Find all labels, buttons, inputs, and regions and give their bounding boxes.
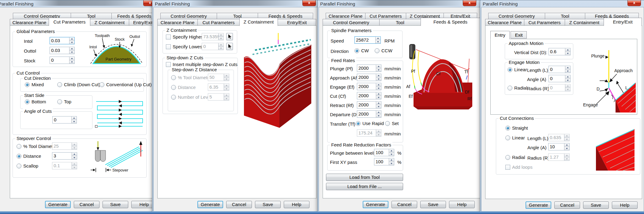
departure-feed-spinner[interactable] <box>376 111 381 117</box>
save-button[interactable]: Save <box>420 201 446 208</box>
vertical-dist-spinner[interactable] <box>565 48 570 55</box>
radio-top[interactable]: Top <box>57 99 71 104</box>
sd-tool-diameter-spinner[interactable] <box>224 74 229 81</box>
first-xy-field[interactable]: 100 <box>374 158 394 165</box>
checkbox-specify-lowest-z[interactable]: Specify Lowest Z <box>166 44 208 49</box>
sd-distance-spinner[interactable] <box>224 84 229 90</box>
conn-angle-field[interactable]: 10 <box>548 143 570 150</box>
angle-of-cuts-field[interactable]: 0 <box>52 116 77 124</box>
lowest-z-field[interactable]: 0 <box>202 43 224 50</box>
radio-linear[interactable]: Linear <box>507 67 527 72</box>
tab-feeds-speeds[interactable]: Feeds & Speeds <box>421 18 480 26</box>
tab-clearance-plane[interactable]: Clearance Plane <box>485 19 524 26</box>
save-button[interactable]: Save <box>583 201 609 209</box>
engage-radius-spinner[interactable] <box>565 84 570 91</box>
highest-z-spinner[interactable] <box>218 33 223 40</box>
engage-feed-spinner[interactable] <box>376 83 381 90</box>
conn-radius-field[interactable]: 1.27 <box>548 153 570 161</box>
radio-radial[interactable]: Radial <box>507 85 527 90</box>
checkbox-insert-stepdown[interactable]: Insert multiple step-down Z cuts <box>166 62 238 67</box>
radio-scallop[interactable]: Scallop <box>17 163 38 168</box>
tab-cut-parameters[interactable]: Cut Parameters <box>49 18 90 26</box>
generate-button[interactable]: Generate <box>363 201 388 208</box>
plunge-reduction-spinner[interactable] <box>389 149 394 156</box>
tab-feeds-speeds[interactable]: Feeds & Speeds <box>111 13 157 19</box>
scallop-field[interactable]: 0.1 <box>52 162 77 169</box>
distance-spinner[interactable] <box>72 153 77 159</box>
conn-length-spinner[interactable] <box>564 134 569 141</box>
cancel-button[interactable]: Cancel <box>226 201 252 208</box>
generate-button[interactable]: Generate <box>197 201 223 208</box>
transfer-feed-field[interactable]: 175.24 <box>357 129 381 137</box>
speed-field[interactable]: 25872 <box>354 36 381 44</box>
radio-cw[interactable]: CW <box>354 48 369 53</box>
help-button[interactable]: Help <box>449 201 475 208</box>
close-icon[interactable]: x <box>463 0 476 6</box>
scallop-spinner[interactable] <box>72 162 77 169</box>
stock-field[interactable]: 0 <box>50 57 75 64</box>
tab-control-geometry[interactable]: Control Geometry <box>160 13 217 19</box>
close-icon[interactable]: x <box>627 0 641 6</box>
radio-conventional[interactable]: Conventional (Up Cut) <box>99 82 152 87</box>
angle-of-cuts-spinner[interactable] <box>71 116 77 123</box>
sd-tool-diameter-field[interactable]: 50 <box>208 74 229 81</box>
sd-levels-spinner[interactable] <box>224 94 229 100</box>
pick-highest-z-button[interactable] <box>226 33 233 40</box>
tab-cut-parameters[interactable]: Cut Parameters <box>197 19 240 26</box>
tab-exit[interactable]: Exit <box>511 31 527 39</box>
distance-field[interactable]: 3 <box>52 152 77 160</box>
engage-angle-field[interactable]: 0 <box>549 75 571 82</box>
intol-spinner[interactable] <box>69 37 74 44</box>
engage-angle-spinner[interactable] <box>565 75 570 82</box>
plunge-feed-spinner[interactable] <box>376 65 381 72</box>
tab-z-containment[interactable]: Z Containment <box>239 18 278 26</box>
first-xy-spinner[interactable] <box>389 158 394 165</box>
tab-clearance-plane[interactable]: Clearance Plane <box>157 19 198 26</box>
save-button[interactable]: Save <box>255 201 281 208</box>
tab-entry[interactable]: Entry <box>490 31 510 39</box>
engage-feed-field[interactable]: 2000 <box>357 83 381 90</box>
radio-mixed[interactable]: Mixed <box>25 82 44 87</box>
radio-bottom[interactable]: Bottom <box>25 99 46 104</box>
radio-sd-tool-diameter[interactable]: % Tool Diameter <box>171 75 212 80</box>
radio-set[interactable]: Set <box>385 121 399 126</box>
outtol-spinner[interactable] <box>69 47 74 54</box>
cancel-button[interactable]: Cancel <box>391 201 417 208</box>
radio-straight[interactable]: Straight <box>505 125 528 131</box>
lowest-z-spinner[interactable] <box>218 43 223 50</box>
titlebar[interactable]: Parallel Finishing x <box>318 0 483 7</box>
engage-length-spinner[interactable] <box>565 66 570 73</box>
cancel-button[interactable]: Cancel <box>74 201 99 208</box>
highest-z-field[interactable]: 73.5359 <box>202 33 224 40</box>
help-button[interactable]: Help <box>612 201 638 209</box>
outtol-field[interactable]: 0.03 <box>50 47 75 54</box>
pick-lowest-z-button[interactable] <box>226 43 233 50</box>
cut-feed-field[interactable]: 2000 <box>357 92 381 99</box>
checkbox-add-loops[interactable]: Add loops <box>505 164 533 170</box>
radio-climb[interactable]: Climb (Down Cut) <box>57 82 100 87</box>
tab-z-containment[interactable]: Z Containment <box>90 19 129 26</box>
radio-sd-distance[interactable]: Distance <box>171 85 196 90</box>
tab-control-geometry[interactable]: Control Geometry <box>323 19 380 26</box>
tab-entry-exit[interactable]: Entry/Exit <box>604 18 642 26</box>
speed-spinner[interactable] <box>375 37 380 43</box>
tab-cut-parameters[interactable]: Cut Parameters <box>524 19 565 26</box>
save-button[interactable]: Save <box>103 201 128 208</box>
cut-feed-spinner[interactable] <box>376 92 381 99</box>
close-icon[interactable]: x <box>302 0 316 6</box>
radio-distance[interactable]: Distance <box>17 153 41 159</box>
sd-levels-field[interactable]: 5 <box>208 93 229 101</box>
engage-radius-field[interactable]: 0 <box>549 84 571 91</box>
sd-distance-field[interactable]: 6.35 <box>208 83 229 91</box>
engage-length-field[interactable]: 0 <box>549 66 571 73</box>
tool-diameter-spinner[interactable] <box>72 143 77 149</box>
cancel-button[interactable]: Cancel <box>554 201 580 209</box>
intol-field[interactable]: 0.03 <box>50 37 75 44</box>
approach-feed-spinner[interactable] <box>376 74 381 81</box>
radio-conn-linear[interactable]: Linear <box>505 135 525 140</box>
tab-control-geometry[interactable]: Control Geometry <box>488 13 545 19</box>
titlebar[interactable]: Parallel Finishing x <box>0 0 167 7</box>
titlebar[interactable]: Parallel Finishing x <box>153 0 318 7</box>
transfer-feed-spinner[interactable] <box>376 130 381 136</box>
tab-entry-exit[interactable]: Entry/Exit <box>278 19 316 26</box>
